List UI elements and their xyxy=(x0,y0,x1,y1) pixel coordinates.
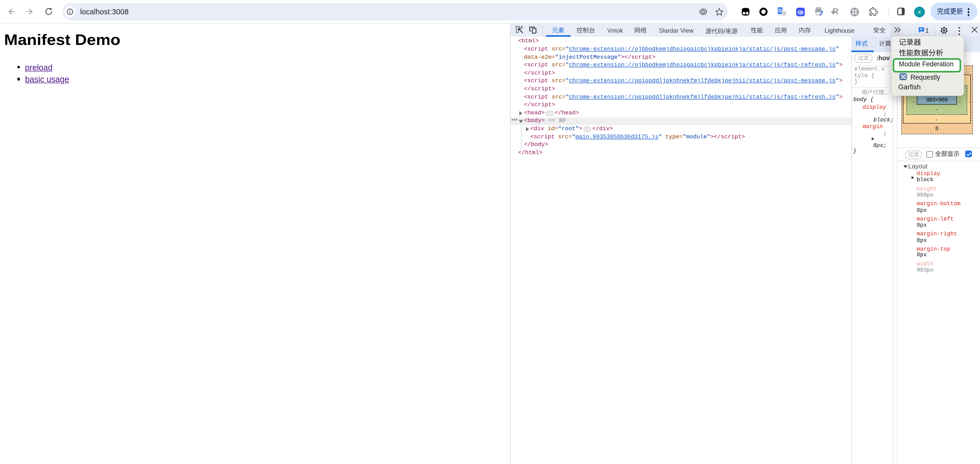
svg-text:文: 文 xyxy=(782,11,786,15)
svg-text:G: G xyxy=(778,8,782,13)
